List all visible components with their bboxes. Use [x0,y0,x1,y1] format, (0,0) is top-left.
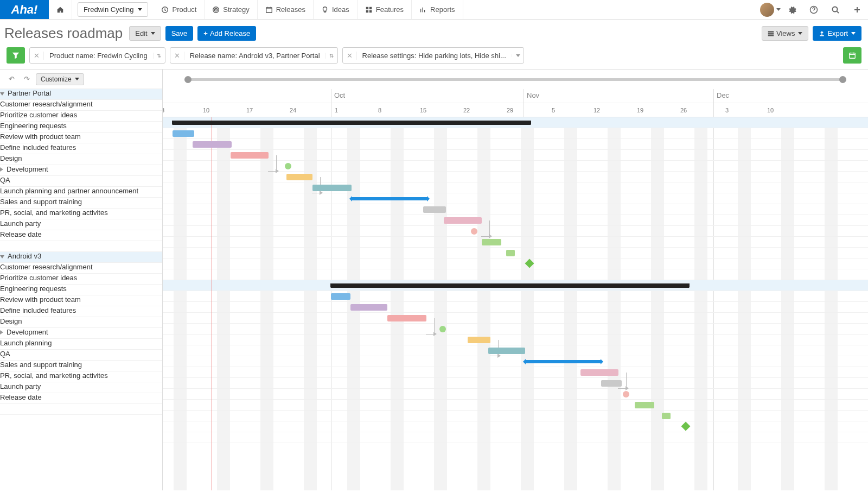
add-icon[interactable] [846,5,868,14]
gantt-bar[interactable] [231,152,269,159]
task-row[interactable]: Release date [0,230,162,241]
task-row[interactable]: Development [0,165,162,176]
expand-icon[interactable] [0,330,3,335]
task-row[interactable]: Prioritize customer ideas [0,274,162,285]
nav-product[interactable]: Product [154,0,205,19]
views-button[interactable]: Views [762,26,808,41]
caret-down-icon[interactable] [512,54,524,57]
task-row[interactable] [0,241,162,252]
day-label: 8 [358,103,401,117]
gantt-bar[interactable] [173,130,194,137]
customize-button[interactable]: Customize [36,73,84,85]
gantt-bar[interactable] [312,185,352,191]
remove-filter-icon[interactable]: ✕ [30,52,44,60]
progress-bar[interactable] [352,197,427,200]
task-row[interactable]: QA [0,176,162,187]
filter-settings[interactable]: ✕ Release settings: Hide parking lots, H… [342,47,524,64]
edit-button[interactable]: Edit [129,26,161,41]
undo-icon[interactable]: ↶ [5,73,17,85]
gantt-bar[interactable] [387,315,426,321]
task-row[interactable]: PR, social, and marketing activites [0,371,162,382]
help-icon[interactable] [803,5,825,14]
month-label: Oct [334,91,345,99]
gantt-bar[interactable] [488,348,525,354]
task-row[interactable]: Review with product team [0,295,162,306]
search-icon[interactable] [825,5,846,14]
task-row[interactable]: Sales and support training [0,361,162,371]
redo-icon[interactable]: ↷ [21,73,33,85]
workspace-selector[interactable]: Fredwin Cycling [78,2,148,17]
gantt-bar[interactable] [444,217,482,224]
save-button[interactable]: Save [165,26,194,41]
gantt-bar[interactable] [601,380,622,387]
task-row[interactable]: Sales and support training [0,198,162,209]
release-diamond[interactable] [525,259,534,268]
filter-product[interactable]: ✕ Product name: Fredwin Cycling ⇅ [29,47,165,64]
export-button[interactable]: Export [813,26,861,41]
remove-filter-icon[interactable]: ✕ [170,52,184,60]
svg-rect-12 [768,33,774,34]
gantt-bar[interactable] [662,413,671,419]
gantt-bar[interactable] [482,239,501,245]
summary-bar[interactable] [173,121,531,125]
task-row[interactable]: PR, social, and marketing activites [0,209,162,219]
task-row[interactable]: Design [0,317,162,328]
gantt-bar[interactable] [193,141,232,148]
gantt-bar[interactable] [635,402,654,408]
gantt-bar[interactable] [423,206,446,213]
day-label: 26 [662,103,705,117]
sort-icon[interactable]: ⇅ [153,53,165,59]
gantt-bar[interactable] [580,369,618,376]
sort-icon[interactable]: ⇅ [326,53,337,59]
milestone-marker[interactable] [285,163,291,169]
task-row[interactable]: QA [0,350,162,361]
nav-features[interactable]: Features [358,0,412,19]
nav-reports[interactable]: Reports [412,0,463,19]
roadmap-main: ↶ ↷ Customize Partner PortalCustomer res… [0,69,868,490]
task-row[interactable]: Customer research/alignment [0,100,162,111]
svg-rect-7 [366,10,368,12]
expand-icon[interactable] [0,167,3,172]
task-row[interactable]: Define included features [0,143,162,154]
task-row[interactable]: Release date [0,393,162,404]
group-row[interactable]: Partner Portal [0,89,162,100]
milestone-marker[interactable] [471,228,477,235]
nav-ideas[interactable]: Ideas [314,0,358,19]
task-row[interactable]: Engineering requests [0,122,162,133]
progress-bar[interactable] [525,360,601,363]
task-row[interactable]: Launch planning and partner announcement [0,187,162,198]
task-row[interactable]: Prioritize customer ideas [0,111,162,122]
remove-filter-icon[interactable]: ✕ [343,52,357,60]
aha-logo[interactable]: Aha! [0,0,49,19]
milestone-marker[interactable] [439,326,446,332]
task-row[interactable]: Launch party [0,219,162,230]
task-row[interactable]: Review with product team [0,133,162,143]
gantt-bar[interactable] [468,337,490,343]
nav-strategy[interactable]: Strategy [205,0,257,19]
milestone-marker[interactable] [623,391,629,398]
home-icon[interactable] [49,0,72,19]
nav-releases[interactable]: Releases [258,0,314,19]
task-row[interactable]: Development [0,328,162,339]
task-row[interactable] [0,404,162,415]
task-row[interactable]: Design [0,154,162,165]
task-row[interactable]: Launch planning [0,339,162,350]
task-row[interactable]: Define included features [0,306,162,317]
group-row[interactable]: Android v3 [0,252,162,263]
user-menu[interactable] [760,3,781,17]
gantt-bar[interactable] [331,293,350,300]
task-row[interactable]: Launch party [0,382,162,393]
settings-icon[interactable] [781,5,803,14]
release-diamond[interactable] [681,422,691,431]
summary-bar[interactable] [331,283,689,288]
gantt-bar[interactable] [350,304,387,311]
gantt-bar[interactable] [286,174,312,180]
filter-icon[interactable] [7,47,25,64]
filter-release[interactable]: ✕ Release name: Android v3, Partner Port… [170,47,338,64]
task-row[interactable]: Engineering requests [0,285,162,295]
add-release-button[interactable]: +Add Release [197,26,256,41]
task-row[interactable]: Customer research/alignment [0,263,162,274]
date-range-slider[interactable] [163,70,868,89]
gantt-bar[interactable] [506,250,515,256]
calendar-button[interactable] [843,47,861,64]
